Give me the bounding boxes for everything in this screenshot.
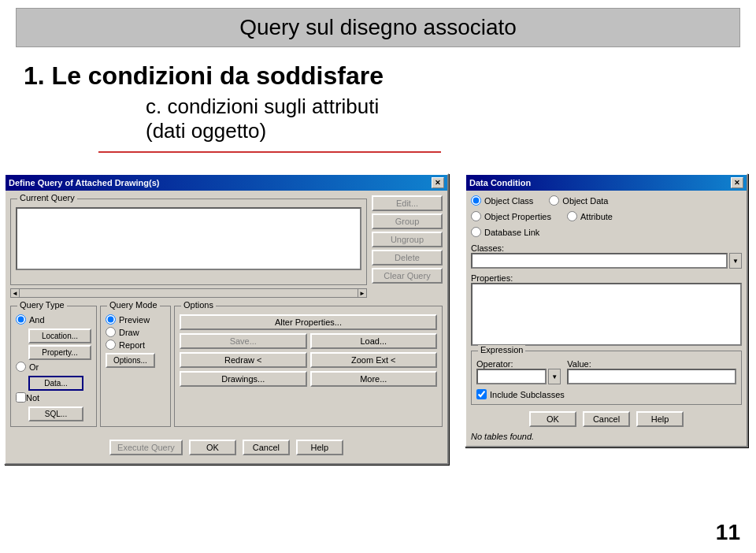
value-input[interactable] (567, 369, 736, 384)
dialogs-container: Define Query of Attached Drawing(s) ✕ Cu… (0, 173, 756, 553)
radio-row-2: Object Properties Attribute (471, 211, 742, 224)
left-dialog-content: Current Query ◄ ► Edit... Group Ungroup (6, 191, 447, 463)
hscroll-track[interactable] (20, 288, 358, 298)
delete-button[interactable]: Delete (372, 250, 443, 265)
operator-select[interactable] (476, 369, 547, 384)
value-section: Value: (567, 359, 736, 384)
classes-input-row: ▼ (471, 253, 742, 269)
more-button[interactable]: More... (310, 371, 438, 387)
object-data-row: Object Data (549, 195, 608, 206)
classes-label: Classes: (471, 243, 742, 253)
radio-and[interactable] (16, 314, 26, 325)
object-class-row: Object Class (471, 195, 533, 206)
query-type-label: Query Type (17, 300, 67, 310)
save-button[interactable]: Save... (180, 333, 307, 349)
radio-draw[interactable] (106, 327, 116, 337)
classes-dropdown-btn[interactable]: ▼ (729, 253, 742, 269)
left-cancel-button[interactable]: Cancel (243, 440, 290, 455)
radio-object-properties-label: Object Properties (484, 212, 551, 221)
properties-section: Properties: (471, 273, 742, 346)
right-buttons-col: Edit... Group Ungroup Delete Clear Query (372, 195, 443, 298)
left-dialog: Define Query of Attached Drawing(s) ✕ Cu… (4, 173, 449, 465)
query-mode-group: Query Mode Preview Draw Report Optio (100, 306, 171, 427)
data-btn-area: Data... (28, 376, 91, 391)
header-title: Query sul disegno associato (32, 15, 724, 40)
radio-and-label: And (29, 315, 45, 325)
options-buttons: Alter Properties... Save... Load... Redr… (180, 314, 437, 387)
include-subclasses-row: Include Subclasses (476, 389, 736, 399)
right-dialog-title: Data Condition (469, 178, 531, 187)
execute-query-button[interactable]: Execute Query (109, 440, 183, 455)
alter-properties-button[interactable]: Alter Properties... (180, 314, 437, 330)
right-cancel-button[interactable]: Cancel (583, 411, 630, 427)
radio-object-data-label: Object Data (562, 196, 608, 206)
right-dialog: Data Condition ✕ Object Class Object Dat… (465, 173, 748, 447)
operator-label: Operator: (476, 359, 561, 369)
expression-group: Expression Operator: ▼ Value: (471, 351, 742, 405)
value-label: Value: (567, 359, 736, 369)
radio-database-link[interactable] (471, 227, 481, 237)
load-button[interactable]: Load... (310, 333, 438, 349)
sql-btn-area: SQL... (28, 406, 91, 421)
hscroll-left-btn[interactable]: ◄ (10, 288, 20, 298)
radio-draw-label: Draw (119, 328, 139, 337)
left-dialog-close-btn[interactable]: ✕ (432, 177, 444, 188)
page-number: 11 (716, 520, 740, 545)
current-query-label: Current Query (17, 193, 77, 202)
left-help-button[interactable]: Help (296, 440, 343, 455)
radio-report-row: Report (106, 340, 165, 350)
expression-label: Expression (478, 345, 525, 354)
radio-object-class[interactable] (471, 195, 481, 206)
radio-object-data[interactable] (549, 195, 559, 206)
sql-button[interactable]: SQL... (28, 406, 83, 421)
radio-row-3: Database Link (471, 227, 742, 237)
operator-dropdown-btn[interactable]: ▼ (548, 369, 561, 384)
radio-or-row: Or (16, 362, 91, 372)
edit-button[interactable]: Edit... (372, 195, 443, 211)
options-label: Options (181, 300, 216, 310)
options-button[interactable]: Options... (106, 353, 155, 368)
classes-input[interactable] (471, 253, 728, 269)
object-properties-row: Object Properties (471, 211, 551, 221)
redraw-button[interactable]: Redraw < (180, 352, 307, 368)
ungroup-button[interactable]: Ungroup (372, 232, 443, 247)
radio-preview[interactable] (106, 314, 116, 325)
drawings-button[interactable]: Drawings... (180, 371, 307, 387)
options-group: Options Alter Properties... Save... Load… (174, 306, 443, 427)
clear-query-button[interactable]: Clear Query (372, 268, 443, 284)
radio-object-properties[interactable] (471, 211, 481, 221)
location-button[interactable]: Location... (28, 328, 91, 343)
query-mode-label: Query Mode (107, 300, 160, 310)
query-type-radios: And Location... Property... Or Data... (16, 314, 91, 421)
current-query-listbox[interactable] (16, 207, 361, 270)
properties-listbox[interactable] (471, 283, 742, 346)
header-bar: Query sul disegno associato (16, 8, 740, 47)
classes-section: Classes: ▼ (471, 243, 742, 269)
right-help-button[interactable]: Help (636, 411, 684, 427)
group-button[interactable]: Group (372, 213, 443, 229)
right-dialog-content: Object Class Object Data Object Properti… (466, 191, 747, 446)
drawings-more-row: Drawings... More... (180, 371, 437, 387)
right-bottom-buttons: OK Cancel Help (471, 411, 742, 427)
options-btn-area: Options... (106, 353, 165, 368)
radio-attribute-label: Attribute (580, 212, 613, 221)
right-ok-button[interactable]: OK (529, 411, 576, 427)
hscroll-right-btn[interactable]: ► (358, 288, 367, 298)
zoom-ext-button[interactable]: Zoom Ext < (310, 352, 438, 368)
radio-attribute[interactable] (567, 211, 577, 221)
include-subclasses-label: Include Subclasses (490, 390, 565, 399)
radio-report[interactable] (106, 340, 116, 350)
database-link-row: Database Link (471, 227, 742, 237)
left-ok-button[interactable]: OK (189, 440, 236, 455)
no-tables-found: No tables found. (471, 432, 742, 441)
radio-preview-label: Preview (119, 315, 150, 325)
radio-or[interactable] (16, 362, 26, 372)
radio-or-label: Or (29, 362, 39, 372)
checkbox-not[interactable] (16, 392, 26, 403)
right-dialog-close-btn[interactable]: ✕ (731, 177, 743, 188)
data-button[interactable]: Data... (28, 376, 83, 391)
property-button[interactable]: Property... (28, 345, 91, 360)
radio-not-row: Not (16, 392, 91, 403)
include-subclasses-checkbox[interactable] (476, 389, 487, 399)
current-query-left: Current Query ◄ ► (10, 195, 367, 298)
